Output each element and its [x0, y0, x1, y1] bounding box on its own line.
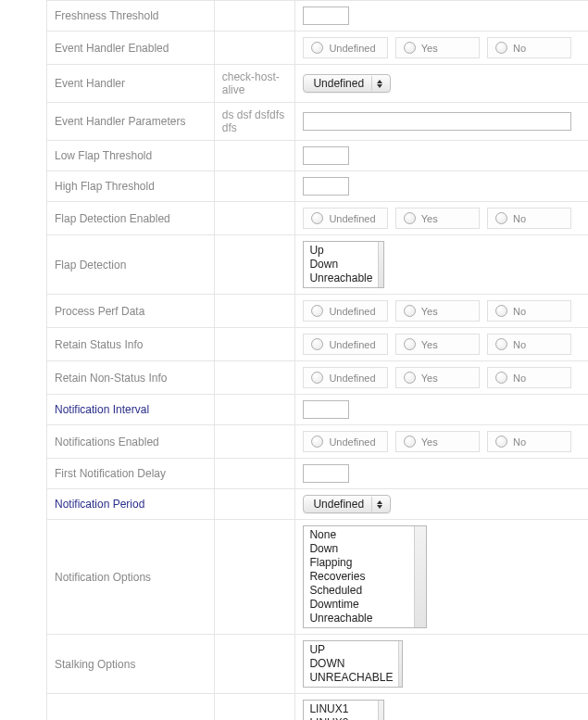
radio-no[interactable]: No: [487, 208, 571, 229]
label-process-perf-data: Process Perf Data: [47, 295, 215, 328]
flap-detection-list[interactable]: UpDownUnreachable: [303, 241, 384, 288]
radio-no[interactable]: No: [487, 300, 571, 322]
freshness-threshold-input[interactable]: [303, 6, 349, 25]
radio-icon: [404, 212, 416, 224]
radio-icon: [495, 436, 507, 448]
radio-icon: [404, 372, 416, 384]
list-item[interactable]: Unreachable: [309, 612, 408, 625]
radio-yes[interactable]: Yes: [395, 334, 480, 355]
event-handler-select[interactable]: Undefined: [303, 74, 391, 93]
list-item[interactable]: Down: [309, 542, 408, 556]
radio-icon: [495, 212, 507, 224]
radio-yes[interactable]: Yes: [395, 37, 480, 58]
row-freshness-threshold: Freshness Threshold: [47, 1, 589, 32]
chevron-updown-icon: [371, 497, 386, 512]
label-flap-detection: Flap Detection: [47, 235, 215, 295]
list-item[interactable]: None: [309, 528, 408, 542]
label-stalking-options: Stalking Options: [47, 635, 215, 694]
row-flap-detection-enabled: Flap Detection Enabled Undefined Yes No: [47, 202, 589, 235]
row-notifications-enabled: Notifications Enabled Undefined Yes No: [47, 425, 589, 459]
list-items: UpDownUnreachable: [304, 242, 378, 287]
row-flap-detection: Flap Detection UpDownUnreachable: [47, 235, 589, 295]
radio-icon: [311, 42, 323, 54]
label-retain-non-status-info: Retain Non-Status Info: [47, 361, 215, 395]
radio-undefined[interactable]: Undefined: [303, 367, 387, 388]
label-flap-detection-enabled: Flap Detection Enabled: [47, 202, 215, 235]
radio-undefined[interactable]: Undefined: [303, 431, 387, 452]
radio-undefined[interactable]: Undefined: [303, 208, 387, 229]
scrollbar[interactable]: [378, 242, 383, 287]
radio-undefined[interactable]: Undefined: [303, 37, 387, 58]
row-notification-options: Notification Options NoneDownFlappingRec…: [47, 520, 589, 635]
label-high-flap-threshold: High Flap Threshold: [47, 171, 215, 202]
radio-no[interactable]: No: [487, 334, 571, 355]
low-flap-threshold-input[interactable]: [303, 146, 349, 165]
list-items: UPDOWNUNREACHABLE: [304, 641, 398, 687]
radio-icon: [311, 212, 323, 224]
list-item[interactable]: Recoveries: [309, 570, 408, 584]
high-flap-threshold-input[interactable]: [303, 177, 349, 196]
first-notification-delay-input[interactable]: [303, 464, 349, 483]
label-notifications-enabled: Notifications Enabled: [47, 425, 215, 459]
radio-no[interactable]: No: [487, 367, 571, 388]
list-item[interactable]: Scheduled Downtime: [309, 584, 408, 612]
row-event-handler-enabled: Event Handler Enabled Undefined Yes No: [47, 32, 589, 65]
retain-status-info-radios: Undefined Yes No: [303, 334, 571, 355]
scrollbar[interactable]: [414, 526, 426, 627]
row-first-notification-delay: First Notification Delay: [47, 459, 589, 489]
radio-icon: [404, 338, 416, 350]
radio-yes[interactable]: Yes: [395, 367, 480, 388]
radio-no[interactable]: No: [487, 37, 571, 58]
row-event-handler-params: Event Handler Parameters ds dsf dsfdfs d…: [47, 103, 589, 141]
notifications-enabled-radios: Undefined Yes No: [303, 431, 571, 452]
list-item[interactable]: UP: [309, 643, 393, 657]
radio-icon: [495, 305, 507, 317]
radio-yes[interactable]: Yes: [395, 300, 480, 322]
radio-icon: [495, 372, 507, 384]
notification-options-list[interactable]: NoneDownFlappingRecoveriesScheduled Down…: [303, 525, 427, 628]
radio-icon: [404, 42, 416, 54]
notification-period-select[interactable]: Undefined: [303, 495, 391, 513]
list-item[interactable]: Flapping: [309, 556, 408, 570]
flap-detection-enabled-radios: Undefined Yes No: [303, 208, 571, 229]
radio-undefined[interactable]: Undefined: [303, 334, 387, 355]
scrollbar[interactable]: [398, 641, 402, 687]
label-notification-period[interactable]: Notification Period: [47, 489, 215, 520]
row-notification-period: Notification Period Undefined: [47, 489, 589, 520]
radio-icon: [495, 338, 507, 350]
list-item[interactable]: Down: [309, 258, 372, 272]
radio-no[interactable]: No: [487, 431, 571, 452]
row-retain-non-status-info: Retain Non-Status Info Undefined Yes No: [47, 361, 589, 395]
scrollbar[interactable]: [378, 701, 384, 720]
label-host-parents: Host Parents: [47, 694, 215, 721]
list-item[interactable]: LINUX1: [309, 702, 371, 716]
radio-yes[interactable]: Yes: [395, 208, 480, 229]
row-stalking-options: Stalking Options UPDOWNUNREACHABLE: [47, 635, 589, 694]
radio-icon: [404, 305, 416, 317]
list-item[interactable]: DOWN: [309, 657, 393, 671]
radio-icon: [311, 436, 323, 448]
list-item[interactable]: LINUX2: [309, 716, 371, 720]
list-item[interactable]: Unreachable: [309, 272, 372, 285]
event-handler-enabled-radios: Undefined Yes No: [303, 37, 571, 58]
radio-undefined[interactable]: Undefined: [303, 300, 387, 322]
radio-yes[interactable]: Yes: [395, 431, 480, 452]
host-parents-list[interactable]: LINUX1LINUX2WINDOWS1WINDOWS2: [303, 700, 384, 720]
radio-icon: [495, 42, 507, 54]
radio-icon: [311, 372, 323, 384]
notification-interval-input[interactable]: [303, 400, 349, 419]
label-notification-options: Notification Options: [47, 520, 215, 635]
list-item[interactable]: UNREACHABLE: [309, 671, 393, 685]
label-notification-interval[interactable]: Notification Interval: [47, 395, 215, 425]
select-value: Undefined: [313, 77, 364, 90]
label-first-notification-delay: First Notification Delay: [47, 459, 215, 489]
label-event-handler-params: Event Handler Parameters: [47, 103, 215, 141]
stalking-options-list[interactable]: UPDOWNUNREACHABLE: [303, 640, 403, 688]
row-host-parents: Host Parents LINUX1LINUX2WINDOWS1WINDOWS…: [47, 694, 589, 721]
list-item[interactable]: Up: [309, 244, 372, 258]
radio-icon: [311, 305, 323, 317]
row-high-flap-threshold: High Flap Threshold: [47, 171, 589, 202]
select-value: Undefined: [313, 498, 364, 511]
event-handler-params-input[interactable]: [303, 112, 571, 131]
label-event-handler: Event Handler: [47, 65, 215, 103]
